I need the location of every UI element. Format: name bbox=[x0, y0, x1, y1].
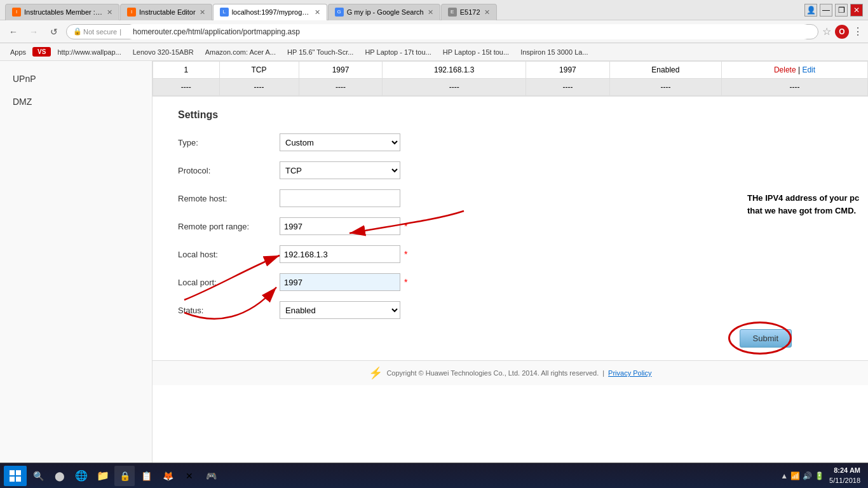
taskbar-app1-icon[interactable]: 📋 bbox=[136, 466, 156, 486]
taskbar-search-icon[interactable]: 🔍 bbox=[28, 466, 48, 486]
sidebar-item-dmz-label: DMZ bbox=[13, 97, 32, 107]
tab-close-1[interactable]: ✕ bbox=[107, 8, 112, 17]
tab-google-search[interactable]: G G my ip - Google Search ✕ bbox=[328, 4, 440, 20]
svg-rect-4 bbox=[10, 477, 15, 482]
tab-instructables-member[interactable]: I Instructables Member : A... ✕ bbox=[5, 4, 119, 20]
bookmark-lenovo[interactable]: Lenovo 320-15ABR bbox=[128, 47, 199, 57]
bookmark-apps[interactable]: Apps bbox=[5, 47, 31, 57]
sidebar-item-upnp[interactable]: UPnP bbox=[0, 67, 152, 90]
taskbar-file-explorer-icon[interactable]: 📁 bbox=[93, 466, 113, 486]
settings-title: Settings bbox=[178, 109, 843, 121]
table-cell-index: 1 bbox=[153, 62, 220, 79]
sidebar-item-dmz[interactable]: DMZ bbox=[0, 90, 152, 113]
tab-title-3: localhost:1997/myprogra... bbox=[232, 8, 311, 16]
minimize-button[interactable]: — bbox=[820, 4, 832, 17]
status-control: Enabled Disabled bbox=[280, 301, 400, 319]
remote-port-required: * bbox=[404, 221, 407, 231]
tab-favicon-3: L bbox=[220, 8, 229, 17]
tab-title-4: G my ip - Google Search bbox=[347, 8, 424, 16]
user-icon[interactable]: 👤 bbox=[804, 4, 817, 17]
menu-icon[interactable]: ⋮ bbox=[853, 25, 863, 37]
taskbar-cortana-icon[interactable]: ⬤ bbox=[50, 466, 70, 486]
local-port-control: * bbox=[280, 273, 407, 291]
table-cell-empty-5: ---- bbox=[526, 79, 609, 96]
tab-close-2[interactable]: ✕ bbox=[200, 8, 205, 17]
footer: ⚡ Copyright © Huawei Technologies Co., L… bbox=[153, 360, 868, 385]
close-button[interactable]: ✕ bbox=[850, 4, 863, 17]
delete-link[interactable]: Delete bbox=[774, 65, 796, 74]
taskbar-time[interactable]: 8:24 AM 5/11/2018 bbox=[825, 466, 864, 485]
tab-close-5[interactable]: ✕ bbox=[484, 8, 490, 17]
tab-title-1: Instructables Member : A... bbox=[24, 8, 103, 16]
window-controls: 👤 — ❐ ✕ bbox=[804, 4, 863, 17]
tab-localhost[interactable]: L localhost:1997/myprogra... ✕ bbox=[213, 4, 327, 20]
windows-logo-icon bbox=[10, 470, 21, 482]
bookmark-hp3-label: HP Laptop - 15t tou... bbox=[443, 48, 509, 56]
type-control: Custom FTP HTTP bbox=[280, 133, 400, 151]
bookmark-inspiron[interactable]: Inspiron 15 3000 La... bbox=[515, 47, 593, 57]
address-input[interactable] bbox=[125, 24, 811, 39]
taskbar-ie-icon[interactable]: 🌐 bbox=[71, 466, 92, 486]
address-separator: | bbox=[119, 28, 121, 36]
local-port-input[interactable] bbox=[280, 273, 400, 291]
address-bar-container[interactable]: 🔒 Not secure | bbox=[66, 24, 818, 39]
back-button[interactable]: ← bbox=[5, 24, 22, 40]
tab-close-3[interactable]: ✕ bbox=[315, 8, 320, 17]
local-port-required: * bbox=[404, 277, 407, 287]
remote-port-label: Remote port range: bbox=[178, 222, 280, 231]
tray-battery-icon[interactable]: 🔋 bbox=[815, 471, 824, 480]
annotation-text-ipv4: THe IPV4 address of your pc that we have… bbox=[747, 192, 868, 217]
tab-title-5: E5172 bbox=[460, 8, 480, 16]
table-cell-actions: Delete | Edit bbox=[721, 62, 867, 79]
browser-window: I Instructables Member : A... ✕ I Instru… bbox=[0, 0, 868, 488]
bookmark-amazon[interactable]: Amazon.com: Acer A... bbox=[200, 47, 281, 57]
remote-port-input[interactable] bbox=[280, 217, 400, 235]
svg-rect-5 bbox=[16, 477, 21, 482]
taskbar-lock-icon[interactable]: 🔒 bbox=[114, 466, 135, 486]
taskbar-date-value: 5/11/2018 bbox=[829, 476, 860, 485]
tab-favicon-2: I bbox=[127, 8, 136, 17]
bookmark-hp3[interactable]: HP Laptop - 15t tou... bbox=[438, 47, 514, 57]
status-select[interactable]: Enabled Disabled bbox=[280, 301, 400, 319]
type-select[interactable]: Custom FTP HTTP bbox=[280, 133, 400, 151]
bookmark-star-icon[interactable]: ☆ bbox=[822, 25, 831, 37]
tray-network-icon[interactable]: 📶 bbox=[790, 471, 800, 480]
bookmark-hp2[interactable]: HP Laptop - 17t tou... bbox=[360, 47, 436, 57]
footer-copyright: Copyright © Huawei Technologies Co., Ltd… bbox=[386, 369, 599, 377]
form-row-local-host: Local host: * bbox=[178, 245, 843, 263]
reload-button[interactable]: ↺ bbox=[46, 24, 62, 40]
start-button[interactable] bbox=[4, 466, 27, 486]
forward-button[interactable]: → bbox=[25, 24, 42, 40]
tab-favicon-1: I bbox=[12, 8, 21, 17]
restore-button[interactable]: ❐ bbox=[835, 4, 848, 17]
table-cell-local-host: 192.168.1.3 bbox=[383, 62, 526, 79]
tab-e5172[interactable]: E E5172 ✕ bbox=[441, 4, 497, 20]
remote-host-input[interactable] bbox=[280, 189, 400, 207]
address-bar: ← → ↺ 🔒 Not secure | ☆ O ⋮ bbox=[0, 20, 868, 43]
opera-icon[interactable]: O bbox=[835, 25, 849, 39]
bookmark-vs[interactable]: VS bbox=[32, 47, 51, 57]
status-label: Status: bbox=[178, 306, 280, 315]
tray-volume-icon[interactable]: 🔊 bbox=[803, 471, 812, 480]
taskbar: 🔍 ⬤ 🌐 📁 🔒 📋 🦊 ✕ 🎮 ▲ 📶 🔊 🔋 8:24 AM 5/11/2… bbox=[0, 463, 868, 488]
privacy-policy-link[interactable]: Privacy Policy bbox=[608, 369, 651, 377]
tray-up-arrow[interactable]: ▲ bbox=[780, 471, 788, 480]
port-mapping-table: 1 TCP 1997 192.168.1.3 1997 Enabled Dele… bbox=[153, 61, 868, 96]
protocol-select[interactable]: TCP UDP bbox=[280, 161, 400, 179]
tab-favicon-5: E bbox=[448, 8, 457, 17]
submit-button[interactable]: Submit bbox=[740, 329, 792, 348]
tab-instructable-editor[interactable]: I Instructable Editor ✕ bbox=[120, 4, 212, 20]
bookmark-wallpaper[interactable]: http://www.wallpap... bbox=[52, 47, 126, 57]
table-cell-empty-7: ---- bbox=[721, 79, 867, 96]
edit-link[interactable]: Edit bbox=[802, 65, 815, 74]
bookmark-lenovo-label: Lenovo 320-15ABR bbox=[133, 48, 194, 56]
taskbar-app2-icon[interactable]: ✕ bbox=[179, 466, 200, 486]
protocol-label: Protocol: bbox=[178, 166, 280, 175]
bookmark-hp1[interactable]: HP 15.6" Touch-Scr... bbox=[282, 47, 358, 57]
taskbar-game-icon[interactable]: 🎮 bbox=[201, 466, 221, 486]
sidebar: UPnP DMZ bbox=[0, 61, 153, 463]
tab-close-4[interactable]: ✕ bbox=[428, 8, 433, 17]
local-host-input[interactable] bbox=[280, 245, 400, 263]
form-row-remote-host: Remote host: bbox=[178, 189, 843, 207]
taskbar-firefox-icon[interactable]: 🦊 bbox=[158, 466, 178, 486]
